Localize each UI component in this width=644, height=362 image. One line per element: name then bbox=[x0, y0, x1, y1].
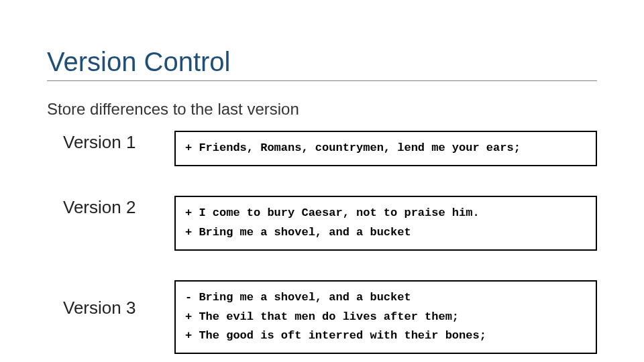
diff-line: - Bring me a shovel, and a bucket bbox=[185, 288, 586, 308]
version-label: Version 2 bbox=[47, 196, 174, 218]
title-underline bbox=[47, 80, 597, 81]
version-block: Version 3 - Bring me a shovel, and a buc… bbox=[47, 280, 597, 355]
slide: Version Control Store differences to the… bbox=[0, 0, 644, 362]
diff-box: - Bring me a shovel, and a bucket + The … bbox=[174, 280, 597, 355]
diff-line: + Friends, Romans, countrymen, lend me y… bbox=[185, 139, 586, 158]
diff-line: + Bring me a shovel, and a bucket bbox=[185, 223, 586, 243]
diff-box: + I come to bury Caesar, not to praise h… bbox=[174, 196, 597, 251]
version-block: Version 1 + Friends, Romans, countrymen,… bbox=[47, 131, 597, 166]
version-block: Version 2 + I come to bury Caesar, not t… bbox=[47, 196, 597, 251]
diff-line: + The good is oft interred with their bo… bbox=[185, 326, 586, 346]
diff-box: + Friends, Romans, countrymen, lend me y… bbox=[174, 131, 597, 166]
diff-line: + The evil that men do lives after them; bbox=[185, 308, 586, 327]
version-label: Version 3 bbox=[47, 280, 174, 318]
diff-line: + I come to bury Caesar, not to praise h… bbox=[185, 204, 586, 223]
version-label: Version 1 bbox=[47, 131, 174, 153]
page-title: Version Control bbox=[47, 47, 597, 76]
subtitle: Store differences to the last version bbox=[47, 100, 597, 119]
